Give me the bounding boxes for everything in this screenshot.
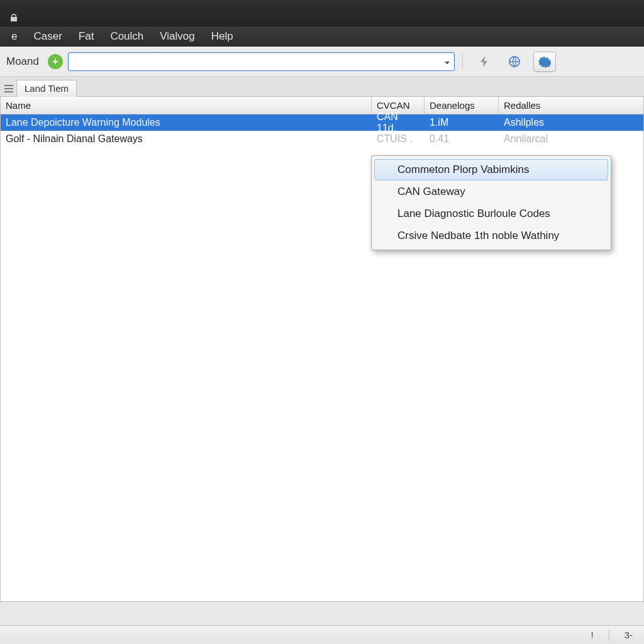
titlebar	[0, 0, 644, 26]
col-header-redalles[interactable]: Redalles	[499, 97, 643, 114]
toolbar-separator	[462, 53, 463, 70]
globe-button[interactable]	[503, 52, 526, 72]
menu-vialvog[interactable]: Vialvog	[153, 28, 201, 45]
status-left: !	[591, 630, 593, 640]
status-right: 3-	[625, 630, 633, 640]
menu-coulch[interactable]: Coulch	[104, 28, 150, 45]
menu-caser[interactable]: Caser	[27, 28, 68, 45]
status-divider	[609, 630, 609, 640]
menu-e[interactable]: e	[5, 28, 23, 45]
cell-dean: 1.iM	[425, 114, 499, 131]
bolt-button[interactable]	[473, 52, 496, 72]
cell-cvcan: CAN 11d.	[372, 114, 425, 131]
tab-list-icon	[4, 84, 14, 94]
settings-button[interactable]	[533, 52, 556, 72]
app-icon	[9, 13, 19, 23]
cell-red: Annliarcal	[499, 131, 643, 147]
col-header-name[interactable]: Name	[1, 97, 372, 114]
svg-rect-3	[4, 91, 13, 92]
ctx-commeton-plorp[interactable]: Commeton Plorp Vabimkins	[374, 159, 608, 180]
svg-rect-2	[4, 88, 13, 89]
add-icon[interactable]: +	[48, 54, 63, 69]
table-row[interactable]: Lane Depoicture Warning Modules CAN 11d.…	[1, 114, 643, 131]
cell-cvcan: CTUIS .	[372, 131, 425, 147]
cell-dean: 0.41	[425, 131, 499, 147]
menubar: e Caser Fat Coulch Vialvog Help	[0, 26, 644, 47]
svg-rect-1	[4, 85, 13, 86]
tab-land-tiem[interactable]: Land Tiem	[16, 80, 77, 97]
menu-fat[interactable]: Fat	[72, 28, 101, 45]
toolbar-moand-label: Moand	[6, 55, 39, 68]
ctx-can-gateway[interactable]: CAN Gateway	[374, 181, 608, 203]
col-header-deanelogs[interactable]: Deanelogs	[425, 97, 499, 114]
cell-red: Ashilples	[499, 114, 643, 131]
cell-name: Lane Depoicture Warning Modules	[1, 114, 372, 131]
tabstrip: Land Tiem	[0, 77, 644, 97]
address-input[interactable]	[68, 52, 455, 71]
app-window: e Caser Fat Coulch Vialvog Help Moand +	[0, 0, 644, 644]
table-header: Name CVCAN Deanelogs Redalles	[1, 97, 643, 114]
menu-help[interactable]: Help	[205, 28, 240, 45]
cell-name: Golf - Nilnain Dianal Gateways	[1, 131, 372, 147]
ctx-lane-diagnostic[interactable]: Lane Diagnostic Burloule Codes	[374, 203, 608, 225]
toolbar: Moand +	[0, 47, 644, 77]
statusbar: ! 3-	[0, 625, 644, 644]
context-menu: Commeton Plorp Vabimkins CAN Gateway Lan…	[371, 155, 611, 250]
ctx-crsive-nedbate[interactable]: Crsive Nedbate 1th noble Wathiny	[374, 225, 608, 247]
address-combo[interactable]	[68, 52, 455, 71]
table-row[interactable]: Golf - Nilnain Dianal Gateways CTUIS . 0…	[1, 131, 643, 147]
